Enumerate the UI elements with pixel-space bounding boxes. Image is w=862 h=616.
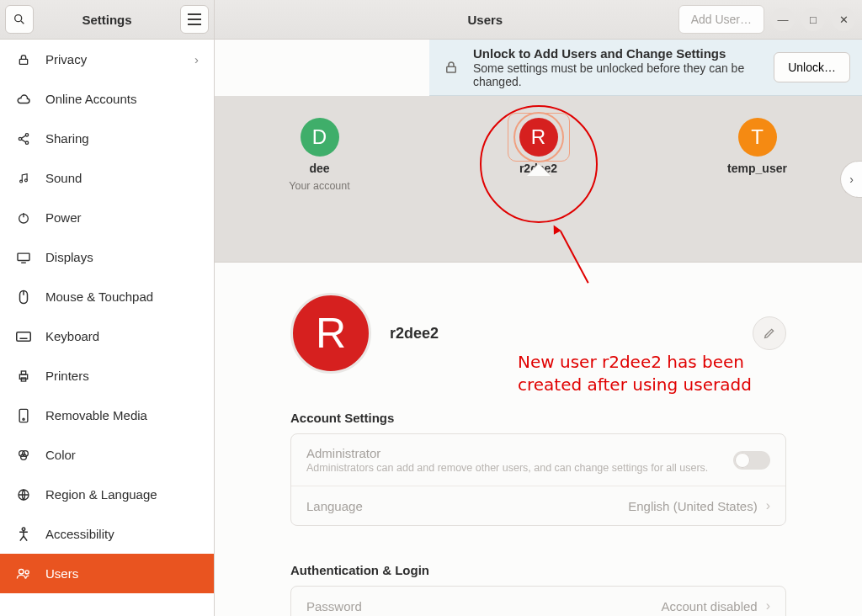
sidebar-item-mouse[interactable]: Mouse & Touchpad [0, 277, 214, 316]
sidebar-item-users[interactable]: Users [0, 554, 214, 593]
sidebar-item-label: Sound [45, 171, 82, 185]
row-label: Language [306, 499, 363, 513]
sidebar-item-displays[interactable]: Displays [0, 237, 214, 277]
users-strip-next-button[interactable]: › [840, 161, 862, 198]
user-card-temp-user[interactable]: T temp_user [720, 118, 795, 175]
sidebar-item-sharing[interactable]: Sharing [0, 119, 214, 158]
sidebar-item-privacy[interactable]: Privacy › [0, 40, 214, 79]
add-user-button[interactable]: Add User… [678, 5, 764, 34]
svg-rect-2 [188, 13, 201, 15]
unlock-subtext: Some settings must be unlocked before th… [473, 61, 762, 88]
unlock-heading: Unlock to Add Users and Change Settings [473, 46, 762, 61]
svg-point-39 [25, 570, 29, 573]
user-card-dee[interactable]: D dee Your account [282, 118, 358, 192]
sidebar-item-label: Users [45, 566, 78, 581]
profile-row: R r2dee2 [290, 293, 786, 374]
user-card-r2dee2[interactable]: R r2dee2 [501, 118, 577, 175]
sidebar-item-removable-media[interactable]: Removable Media [0, 396, 214, 435]
globe-icon [15, 488, 32, 502]
edit-user-button[interactable] [753, 316, 786, 350]
sidebar-item-region-language[interactable]: Region & Language [0, 475, 214, 514]
row-administrator[interactable]: Administrator Administrators can add and… [291, 434, 785, 486]
sidebar-item-label: Accessibility [45, 527, 114, 541]
minimize-icon: — [778, 13, 789, 26]
sidebar-item-label: Region & Language [45, 487, 157, 502]
main: Privacy › Online Accounts Sharing Sound … [0, 40, 862, 616]
sidebar-item-label: Power [45, 210, 82, 225]
hamburger-button[interactable] [180, 5, 209, 34]
keyboard-icon [15, 332, 32, 342]
sidebar-item-online-accounts[interactable]: Online Accounts [0, 79, 214, 119]
menu-icon [188, 13, 201, 25]
selection-notch [527, 164, 551, 176]
unlock-button[interactable]: Unlock… [774, 52, 850, 82]
color-icon [15, 449, 32, 462]
sidebar: Privacy › Online Accounts Sharing Sound … [0, 40, 215, 616]
sidebar-item-power[interactable]: Power [0, 198, 214, 237]
mouse-icon [15, 289, 32, 305]
row-password[interactable]: Password Account disabled › [291, 587, 785, 616]
admin-toggle[interactable] [733, 451, 770, 470]
svg-point-31 [21, 454, 27, 459]
row-value: Account disabled [661, 599, 757, 613]
svg-line-10 [21, 139, 25, 141]
share-icon [15, 132, 32, 146]
close-icon: ✕ [839, 13, 849, 26]
svg-point-38 [19, 569, 24, 574]
sidebar-item-label: Online Accounts [45, 92, 136, 106]
chevron-right-icon: › [766, 598, 770, 613]
printer-icon [15, 369, 32, 383]
svg-line-9 [21, 135, 25, 138]
row-label: Administrator [306, 446, 708, 460]
unlock-bar: Unlock to Add Users and Change Settings … [429, 40, 862, 96]
svg-rect-40 [447, 66, 456, 72]
svg-point-12 [24, 178, 27, 181]
pencil-icon [763, 327, 776, 340]
drive-icon [15, 408, 32, 423]
sidebar-item-color[interactable]: Color [0, 435, 214, 475]
row-language[interactable]: Language English (United States) › [291, 486, 785, 525]
titlebar-left: Settings [0, 0, 215, 40]
chevron-right-icon: › [194, 52, 199, 66]
user-detail: R r2dee2 Account Settings Administrator … [215, 263, 862, 616]
svg-rect-15 [18, 253, 29, 260]
sidebar-item-accessibility[interactable]: Accessibility [0, 514, 214, 554]
account-settings-card: Administrator Administrators can add and… [290, 433, 786, 526]
svg-point-28 [23, 418, 24, 420]
sidebar-item-keyboard[interactable]: Keyboard [0, 316, 214, 356]
svg-rect-19 [17, 332, 31, 341]
user-name: dee [309, 162, 329, 175]
svg-rect-3 [188, 19, 201, 20]
sidebar-item-label: Keyboard [45, 329, 99, 343]
panel-title: Users [215, 13, 672, 27]
maximize-button[interactable]: □ [801, 8, 825, 31]
search-button[interactable] [5, 5, 34, 34]
unlock-message: Unlock to Add Users and Change Settings … [473, 46, 762, 88]
minimize-button[interactable]: — [771, 8, 795, 31]
sidebar-item-label: Privacy [45, 52, 87, 66]
titlebar: Settings Users Add User… — □ ✕ [0, 0, 862, 40]
svg-point-33 [22, 528, 24, 530]
user-name-large: r2dee2 [390, 325, 439, 343]
section-title-account: Account Settings [290, 411, 786, 425]
svg-point-0 [15, 15, 22, 22]
user-subtitle: Your account [289, 180, 350, 192]
display-icon [15, 252, 32, 263]
row-value: English (United States) [628, 499, 757, 513]
chevron-right-icon: › [766, 498, 770, 513]
sidebar-item-sound[interactable]: Sound [0, 158, 214, 198]
sidebar-item-label: Sharing [45, 131, 89, 146]
music-icon [15, 172, 32, 185]
svg-rect-5 [19, 59, 27, 64]
search-icon [13, 13, 26, 26]
accessibility-icon [15, 527, 32, 542]
close-button[interactable]: ✕ [832, 8, 855, 31]
user-avatar-large: R [290, 293, 371, 374]
cloud-icon [15, 93, 32, 105]
section-title-auth: Authentication & Login [290, 563, 786, 577]
sidebar-item-printers[interactable]: Printers [0, 356, 214, 396]
content: Unlock to Add Users and Change Settings … [215, 40, 862, 616]
svg-point-11 [20, 180, 23, 183]
titlebar-right: Users Add User… — □ ✕ [215, 0, 862, 40]
svg-line-37 [24, 536, 27, 541]
